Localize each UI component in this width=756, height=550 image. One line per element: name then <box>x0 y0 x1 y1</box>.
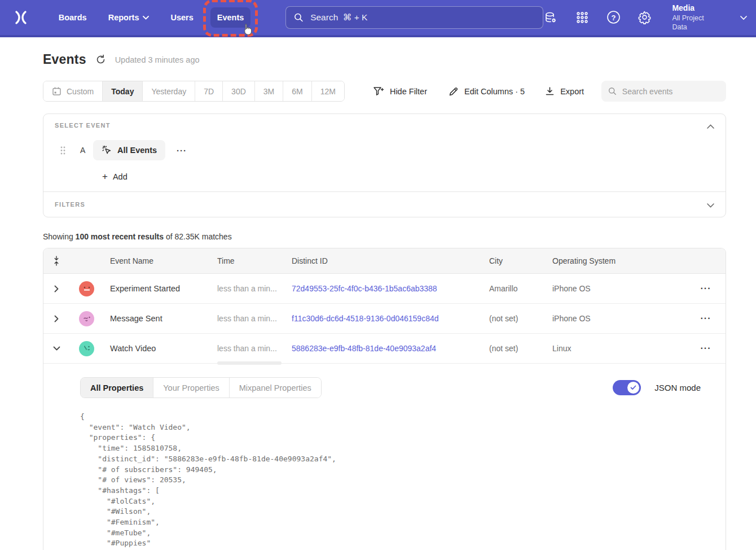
date-range-12m[interactable]: 12M <box>311 81 344 101</box>
filter-icon <box>373 86 384 97</box>
date-range-6m[interactable]: 6M <box>283 81 311 101</box>
date-range-custom[interactable]: Custom <box>43 81 102 101</box>
event-selector-button[interactable]: All Events <box>93 140 165 160</box>
help-icon[interactable]: ? <box>606 10 621 25</box>
hide-filter-button[interactable]: Hide Filter <box>373 86 427 97</box>
selected-event-name: All Events <box>117 146 157 155</box>
collapse-all-rows-icon[interactable] <box>53 256 60 266</box>
cell-city: Amarillo <box>489 284 552 293</box>
date-range-7d[interactable]: 7D <box>195 81 222 101</box>
row-more-button[interactable]: ··· <box>696 311 716 326</box>
date-range-label: 7D <box>204 87 214 96</box>
add-event-button[interactable]: + Add <box>102 172 128 181</box>
date-range-30d[interactable]: 30D <box>222 81 254 101</box>
edit-columns-label: Edit Columns · 5 <box>464 87 525 96</box>
project-chevron-down-icon[interactable] <box>740 12 747 23</box>
date-range-control: Custom Today Yesterday 7D 30D 3M 6M 12M <box>43 81 345 102</box>
event-query-row: A All Events ··· <box>55 140 714 160</box>
json-mode-label: JSON mode <box>654 383 701 392</box>
results-suffix: of 82.35K matches <box>164 232 232 241</box>
expand-row-chevron-right-icon[interactable] <box>54 285 59 293</box>
column-header-operating-system[interactable]: Operating System <box>552 256 686 265</box>
horizontal-scrollbar-thumb[interactable] <box>217 361 282 365</box>
collapse-row-chevron-down-icon[interactable] <box>53 346 60 351</box>
date-range-label: Today <box>111 87 134 96</box>
top-navbar: Boards Reports Users Events <box>0 0 756 37</box>
expand-row-chevron-right-icon[interactable] <box>54 315 59 322</box>
row-more-button[interactable]: ··· <box>696 341 716 356</box>
last-updated-text: Updated 3 minutes ago <box>115 55 200 64</box>
global-search[interactable] <box>285 6 543 29</box>
page-title: Events <box>43 52 86 67</box>
table-row-expanded[interactable]: Watch Video less than a min... 5886283e-… <box>43 334 726 364</box>
nav-item-label: Boards <box>59 13 87 22</box>
nav-item-label: Reports <box>108 13 139 22</box>
filters-label: FILTERS <box>55 201 714 208</box>
table-header-row: Event Name Time Distinct ID City Operati… <box>43 248 726 274</box>
filters-section: FILTERS <box>43 191 726 217</box>
event-json-viewer[interactable]: { "event": "Watch Video", "properties": … <box>80 412 712 550</box>
nav-item-users[interactable]: Users <box>164 7 200 28</box>
project-selector[interactable]: Media All Project Data <box>672 3 720 33</box>
json-mode-toggle[interactable] <box>613 380 641 395</box>
select-event-section: SELECT EVENT A A <box>43 114 726 191</box>
page-header: Events Updated 3 minutes ago <box>43 52 726 67</box>
tab-all-properties[interactable]: All Properties <box>81 378 153 398</box>
column-header-distinct-id[interactable]: Distinct ID <box>292 256 489 265</box>
date-range-label: 6M <box>292 87 302 96</box>
project-scope: All Project Data <box>672 14 720 33</box>
cell-distinct-id-link[interactable]: f11c30d6-dc6d-4518-9136-0d046159c84d <box>292 314 489 323</box>
svg-text:?: ? <box>611 14 616 22</box>
column-header-event-name[interactable]: Event Name <box>110 256 217 265</box>
search-events-input[interactable] <box>622 87 719 96</box>
project-name: Media <box>672 3 720 14</box>
settings-gear-icon[interactable] <box>638 10 652 25</box>
nav-item-boards[interactable]: Boards <box>52 7 94 28</box>
drag-handle-icon[interactable] <box>60 146 65 155</box>
date-range-label: 3M <box>263 87 274 96</box>
table-row[interactable]: Message Sent less than a min... f11c30d6… <box>43 304 726 334</box>
download-icon <box>545 86 555 96</box>
nav-item-reports[interactable]: Reports <box>102 7 156 28</box>
nav-events-wrapper: Events <box>210 7 251 28</box>
results-summary: Showing 100 most recent results of 82.35… <box>43 232 726 241</box>
tab-your-properties[interactable]: Your Properties <box>153 378 228 398</box>
search-events-box[interactable] <box>601 81 726 102</box>
column-header-city[interactable]: City <box>489 256 552 265</box>
apps-grid-icon[interactable] <box>575 10 590 25</box>
cell-time: less than a min... <box>217 284 292 293</box>
cell-distinct-id-link[interactable]: 5886283e-e9fb-48fb-81de-40e9093a2af4 <box>292 344 489 353</box>
expand-filters-chevron-down-icon[interactable] <box>707 200 714 210</box>
cell-os: Linux <box>552 344 686 353</box>
column-header-time[interactable]: Time <box>217 256 292 265</box>
event-detail-panel: All Properties Your Properties Mixpanel … <box>43 364 726 550</box>
refresh-icon[interactable] <box>95 54 106 65</box>
main-content: Events Updated 3 minutes ago Custom Toda… <box>0 52 756 550</box>
date-range-yesterday[interactable]: Yesterday <box>142 81 195 101</box>
date-range-label: Custom <box>67 87 94 96</box>
search-icon <box>608 86 617 96</box>
table-row[interactable]: Experiment Started less than a min... 72… <box>43 274 726 304</box>
date-range-3m[interactable]: 3M <box>254 81 283 101</box>
collapse-section-chevron-up-icon[interactable] <box>707 121 714 131</box>
add-event-label: Add <box>113 172 128 181</box>
detail-toolbar: All Properties Your Properties Mixpanel … <box>80 377 712 398</box>
cell-time: less than a min... <box>217 344 292 353</box>
pencil-icon <box>449 86 459 97</box>
cell-event-name: Message Sent <box>110 314 217 323</box>
mixpanel-logo-icon <box>12 9 29 26</box>
select-event-label: SELECT EVENT <box>55 122 714 129</box>
tab-mixpanel-properties[interactable]: Mixpanel Properties <box>229 378 321 398</box>
export-button[interactable]: Export <box>545 86 584 96</box>
edit-columns-button[interactable]: Edit Columns · 5 <box>449 86 525 97</box>
cell-distinct-id-link[interactable]: 72d49553-25fc-4f0c-b436-1b5ac6ab3388 <box>292 284 489 293</box>
data-management-icon[interactable] <box>543 10 558 25</box>
cell-event-name: Watch Video <box>110 344 217 353</box>
global-search-input[interactable] <box>310 12 535 23</box>
mixpanel-logo[interactable] <box>11 8 30 27</box>
event-more-button[interactable]: ··· <box>173 143 190 158</box>
date-range-today[interactable]: Today <box>102 81 142 101</box>
primary-nav: Boards Reports Users Events <box>52 7 251 28</box>
row-more-button[interactable]: ··· <box>696 281 716 296</box>
properties-tabs: All Properties Your Properties Mixpanel … <box>80 377 322 398</box>
